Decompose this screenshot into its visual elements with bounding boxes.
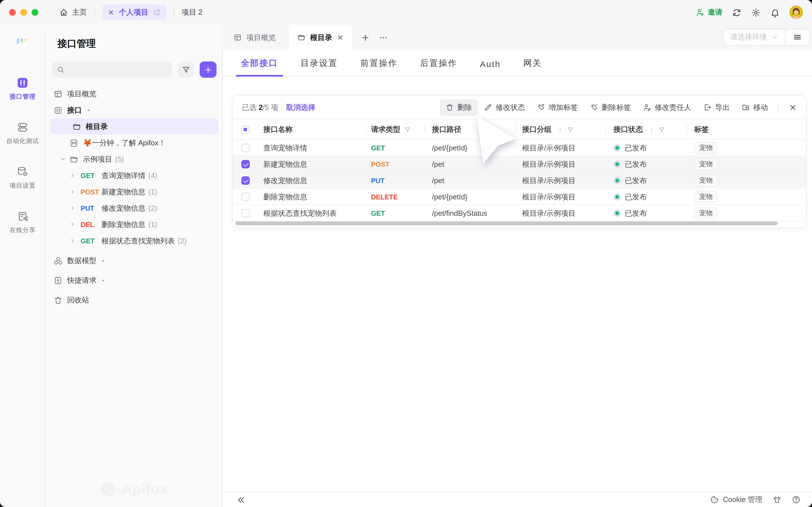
rail-item-project-settings[interactable]: 项目设置: [10, 166, 36, 190]
close-toolbar-icon[interactable]: [789, 103, 797, 111]
column-group[interactable]: 接口分组: [516, 119, 606, 140]
sync-icon[interactable]: [732, 8, 742, 17]
select-all-checkbox[interactable]: [241, 125, 250, 134]
add-tag-button[interactable]: 增加标签: [537, 102, 578, 112]
rail-item-automated-testing[interactable]: 自动化测试: [6, 121, 39, 145]
chevron-right-icon[interactable]: [69, 221, 75, 228]
fox-logo-icon: [100, 481, 117, 498]
home-tab[interactable]: 主页: [59, 7, 87, 17]
sidebar-item-project-overview[interactable]: 项目概览: [46, 86, 222, 102]
tree-item-doc[interactable]: 🦊一分钟，了解 Apifox！: [46, 135, 222, 151]
new-tab-plus-icon[interactable]: [361, 33, 370, 42]
move-button[interactable]: 移动: [742, 102, 768, 112]
external-link-icon[interactable]: [153, 8, 161, 16]
rail-item-online-sharing[interactable]: 在线分享: [10, 210, 36, 234]
gear-icon[interactable]: [751, 8, 761, 17]
apifox-logo[interactable]: [11, 31, 35, 54]
lightning-icon: [54, 276, 63, 285]
table-row[interactable]: 修改宠物信息 PUT /pet 根目录/示例项目 已发布 宠物: [233, 172, 806, 189]
minimize-window-button[interactable]: [20, 9, 27, 16]
caret-right-icon[interactable]: [100, 258, 106, 263]
subtab-gateway[interactable]: 网关: [520, 58, 545, 76]
filter-icon[interactable]: [404, 126, 411, 133]
tab-root-folder[interactable]: 根目录: [289, 25, 352, 50]
subtab-pre-operations[interactable]: 前置操作: [357, 58, 400, 76]
table-row[interactable]: 新建宠物信息 POST /pet 根目录/示例项目 已发布 宠物: [233, 156, 806, 172]
chevron-right-icon[interactable]: [69, 238, 75, 244]
scrollbar-thumb[interactable]: [235, 221, 777, 225]
tree-endpoint[interactable]: PUT 修改宠物信息 (2): [46, 200, 222, 216]
subtab-all-apis[interactable]: 全部接口: [238, 58, 281, 76]
filter-button[interactable]: [177, 61, 194, 78]
cancel-selection-link[interactable]: 取消选择: [286, 102, 315, 112]
row-checkbox[interactable]: [241, 144, 250, 152]
close-icon[interactable]: [337, 34, 344, 41]
sort-icon[interactable]: [649, 126, 655, 133]
close-window-button[interactable]: [9, 9, 16, 16]
help-icon[interactable]: [792, 495, 801, 504]
close-icon[interactable]: [108, 9, 114, 16]
chevron-down-icon[interactable]: [60, 156, 66, 162]
bell-icon[interactable]: [770, 8, 780, 17]
column-path[interactable]: 接口路径: [424, 119, 516, 140]
row-checkbox[interactable]: [241, 160, 250, 168]
add-button[interactable]: [200, 61, 216, 78]
tree-endpoint[interactable]: POST 新建宠物信息 (1): [46, 184, 222, 200]
row-checkbox[interactable]: [241, 209, 250, 217]
module-rail: 接口管理 自动化测试 项目设置 在线分享: [0, 25, 46, 507]
caret-down-icon[interactable]: [86, 107, 91, 113]
horizontal-scrollbar[interactable]: [233, 221, 806, 226]
change-status-button[interactable]: 修改状态: [484, 102, 525, 112]
caret-right-icon[interactable]: [100, 277, 106, 283]
status-cell: 已发布: [606, 172, 687, 189]
tshirt-theme-icon[interactable]: [772, 495, 781, 504]
row-checkbox[interactable]: [241, 176, 250, 185]
environment-select[interactable]: 请选择环境: [723, 32, 785, 42]
delete-button[interactable]: 删除: [440, 99, 477, 116]
personal-project-tab[interactable]: 个人项目: [102, 4, 166, 20]
tree-item-example-folder[interactable]: 示例项目 (5): [46, 151, 222, 167]
sort-icon[interactable]: [557, 126, 563, 133]
subtab-auth[interactable]: Auth: [477, 59, 504, 76]
search-input[interactable]: [68, 65, 167, 74]
remove-tag-button[interactable]: 删除标签: [590, 102, 631, 112]
environment-menu-button[interactable]: [785, 33, 809, 42]
export-button[interactable]: 导出: [703, 102, 730, 112]
table-row[interactable]: 删除宠物信息 DELETE /pet/{petId} 根目录/示例项目 已发布 …: [233, 189, 806, 205]
tree-item-root-folder[interactable]: 根目录: [50, 118, 218, 135]
filter-icon[interactable]: [658, 126, 665, 133]
chevron-right-icon[interactable]: [69, 172, 75, 179]
cookie-management-button[interactable]: Cookie 管理: [710, 495, 762, 505]
sidebar-item-apis[interactable]: 接口: [46, 102, 222, 118]
change-owner-button[interactable]: 修改责任人: [643, 102, 691, 112]
collapse-sidebar-icon[interactable]: [237, 496, 245, 504]
column-status[interactable]: 接口状态: [606, 119, 687, 140]
rail-item-api-management[interactable]: 接口管理: [10, 76, 36, 101]
tree-endpoint[interactable]: DEL 删除宠物信息 (1): [46, 216, 222, 233]
tree-endpoint[interactable]: GET 根据状态查找宠物列表 (2): [46, 233, 222, 249]
tree-endpoint[interactable]: GET 查询宠物详情 (4): [46, 167, 222, 184]
column-method[interactable]: 请求类型: [366, 119, 424, 140]
subtab-post-operations[interactable]: 后置操作: [417, 58, 460, 76]
search-box[interactable]: [52, 61, 172, 78]
avatar[interactable]: [790, 6, 803, 19]
invite-button[interactable]: 邀请: [696, 7, 722, 17]
sidebar-item-quick-request[interactable]: 快捷请求: [46, 272, 222, 288]
chevron-right-icon[interactable]: [69, 189, 75, 195]
sidebar-item-recycle-bin[interactable]: 回收站: [46, 292, 222, 308]
table-row[interactable]: 查询宠物详情 GET /pet/{petId} 根目录/示例项目 已发布 宠物: [233, 140, 806, 156]
sidebar-item-data-models[interactable]: 数据模型: [46, 252, 222, 269]
table-row[interactable]: 根据状态查找宠物列表 GET /pet/findByStatus 根目录/示例项…: [233, 205, 806, 221]
project2-tab[interactable]: 项目 2: [182, 7, 202, 17]
more-tabs-icon[interactable]: [379, 33, 388, 42]
person-edit-icon: [643, 103, 651, 112]
column-tags[interactable]: 标签: [687, 119, 806, 140]
tab-project-overview[interactable]: 项目概览: [225, 25, 284, 50]
subtab-folder-settings[interactable]: 目录设置: [298, 58, 341, 76]
row-checkbox[interactable]: [241, 193, 250, 201]
column-name[interactable]: 接口名称: [258, 119, 366, 140]
folder-subtabs: 全部接口 目录设置 前置操作 后置操作 Auth 网关: [223, 50, 812, 76]
chevron-right-icon[interactable]: [69, 205, 75, 211]
filter-icon[interactable]: [567, 126, 574, 133]
zoom-window-button[interactable]: [32, 9, 38, 16]
